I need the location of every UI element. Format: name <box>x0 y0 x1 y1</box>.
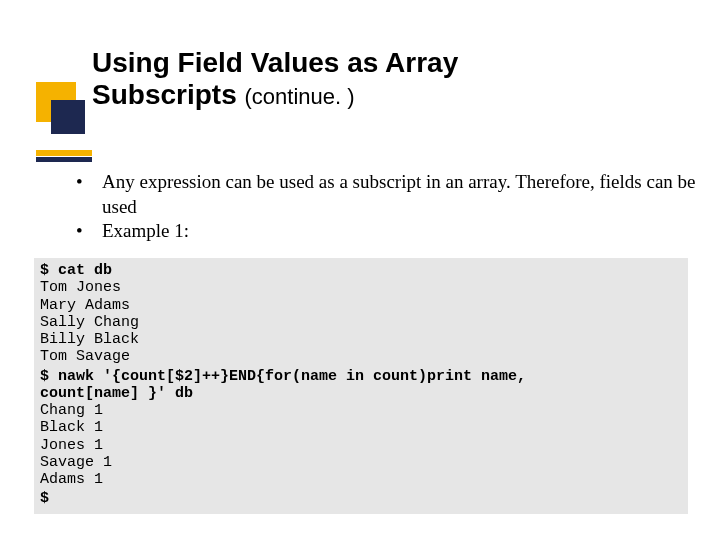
code-output-line: Black 1 <box>40 419 682 436</box>
code-command: $ cat db <box>40 262 682 279</box>
bullet-text: Any expression can be used as a subscrip… <box>102 170 710 219</box>
title-line-2-sub: (continue. ) <box>244 84 354 109</box>
slide: Using Field Values as Array Subscripts (… <box>0 0 720 540</box>
deco-bar-navy <box>36 157 92 162</box>
bullet-text: Example 1: <box>102 219 189 244</box>
code-output-line: Adams 1 <box>40 471 682 488</box>
code-output-line: Sally Chang <box>40 314 682 331</box>
bullet-marker: • <box>70 219 102 244</box>
bullet-item: • Any expression can be used as a subscr… <box>70 170 710 219</box>
slide-title: Using Field Values as Array Subscripts (… <box>92 48 690 111</box>
code-output-line: Chang 1 <box>40 402 682 419</box>
code-command: $ nawk '{count[$2]++}END{for(name in cou… <box>40 368 682 385</box>
code-prompt: $ <box>40 490 682 507</box>
title-line-2-main: Subscripts <box>92 79 237 110</box>
title-line-1: Using Field Values as Array <box>92 48 690 79</box>
bullet-item: • Example 1: <box>70 219 710 244</box>
deco-bar-orange <box>36 150 92 156</box>
bullet-marker: • <box>70 170 102 195</box>
bar-decoration <box>36 146 96 166</box>
deco-square-navy <box>51 100 85 134</box>
code-output-line: Savage 1 <box>40 454 682 471</box>
code-output-line: Tom Jones <box>40 279 682 296</box>
code-command: count[name] }' db <box>40 385 682 402</box>
code-output-line: Jones 1 <box>40 437 682 454</box>
code-output-line: Tom Savage <box>40 348 682 365</box>
title-decoration <box>36 82 96 142</box>
body-text: • Any expression can be used as a subscr… <box>70 170 710 244</box>
code-block: $ cat db Tom Jones Mary Adams Sally Chan… <box>34 258 688 514</box>
title-line-2: Subscripts (continue. ) <box>92 79 690 111</box>
code-output-line: Mary Adams <box>40 297 682 314</box>
code-output-line: Billy Black <box>40 331 682 348</box>
